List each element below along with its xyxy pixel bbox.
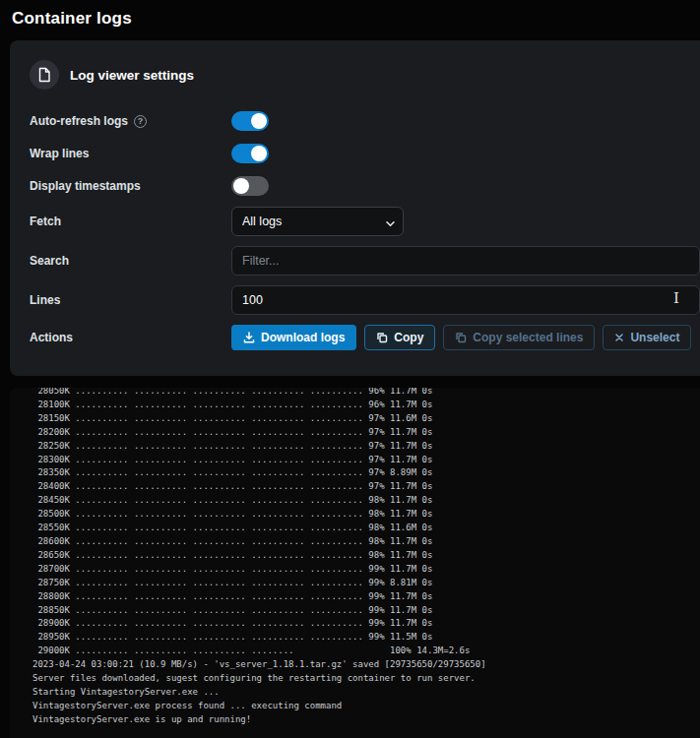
help-icon[interactable] — [134, 115, 147, 128]
auto-refresh-label: Auto-refresh logs — [30, 114, 231, 128]
unselect-label: Unselect — [630, 331, 679, 344]
lines-row: Lines — [30, 285, 700, 315]
toggle-knob — [251, 146, 267, 161]
unselect-button[interactable]: Unselect — [603, 325, 691, 350]
log-line[interactable]: 28750K .......... .......... .......... … — [32, 577, 700, 590]
download-logs-label: Download logs — [261, 331, 345, 344]
log-line[interactable]: 28850K .......... .......... .......... … — [32, 604, 700, 618]
log-line[interactable]: 28450K .......... .......... .......... … — [32, 494, 700, 508]
display-timestamps-row: Display timestamps — [30, 174, 700, 198]
log-viewer-settings-card: Log viewer settings Auto-refresh logs Wr… — [10, 40, 700, 376]
copy-label: Copy — [394, 331, 423, 344]
copy-button[interactable]: Copy — [364, 325, 435, 350]
wrap-lines-toggle[interactable] — [231, 144, 269, 163]
log-line[interactable]: 28700K .......... .......... .......... … — [32, 563, 700, 577]
copy-icon — [455, 332, 467, 343]
auto-refresh-row: Auto-refresh logs — [30, 109, 700, 133]
lines-input[interactable] — [231, 285, 700, 315]
auto-refresh-toggle[interactable] — [231, 111, 269, 131]
log-line[interactable]: 28400K .......... .......... .......... … — [32, 480, 700, 494]
log-line[interactable]: 28200K .......... .......... .......... … — [32, 426, 700, 440]
log-line[interactable]: 28900K .......... .......... .......... … — [32, 617, 700, 631]
fetch-label: Fetch — [30, 215, 231, 228]
log-output-panel[interactable]: 28050K .......... .......... .......... … — [10, 388, 700, 738]
log-line[interactable]: 28350K .......... .......... .......... … — [32, 466, 700, 480]
search-input[interactable] — [231, 246, 700, 276]
display-timestamps-toggle[interactable] — [231, 176, 269, 196]
toggle-knob — [251, 113, 267, 129]
fetch-select[interactable]: All logs — [231, 207, 404, 236]
card-title: Log viewer settings — [70, 68, 194, 83]
log-line[interactable]: 28100K .......... .......... .......... … — [32, 399, 700, 412]
actions-label: Actions — [30, 331, 231, 344]
log-line[interactable]: 28500K .......... .......... .......... … — [32, 508, 700, 522]
auto-refresh-label-text: Auto-refresh logs — [30, 114, 128, 128]
display-timestamps-label: Display timestamps — [30, 179, 231, 193]
copy-icon — [376, 332, 388, 343]
page-header: Container logs — [0, 0, 700, 33]
card-header: Log viewer settings — [30, 60, 700, 90]
log-line[interactable]: 28250K .......... .......... .......... … — [32, 440, 700, 454]
actions-label-text: Actions — [30, 331, 73, 344]
copy-selected-lines-label: Copy selected lines — [473, 331, 583, 344]
copy-selected-lines-button[interactable]: Copy selected lines — [443, 325, 595, 350]
search-label-text: Search — [30, 254, 69, 268]
log-line[interactable]: 28300K .......... .......... .......... … — [32, 454, 700, 467]
log-line[interactable]: Server files downloaded, sugest configur… — [32, 672, 700, 686]
log-line[interactable]: 29000K .......... .......... .......... … — [32, 645, 700, 658]
log-line[interactable]: 28650K .......... .......... .......... … — [32, 549, 700, 563]
actions-button-group: Download logs Copy Copy selected lines — [231, 325, 691, 350]
download-icon — [243, 332, 255, 343]
download-logs-button[interactable]: Download logs — [231, 325, 356, 350]
wrap-lines-label-text: Wrap lines — [30, 147, 89, 160]
document-icon — [30, 60, 59, 90]
wrap-lines-label: Wrap lines — [30, 147, 231, 160]
log-line[interactable]: 28600K .......... .......... .......... … — [32, 535, 700, 549]
actions-row: Actions Download logs Copy — [30, 325, 700, 350]
log-line[interactable]: 28800K .......... .......... .......... … — [32, 590, 700, 604]
fetch-label-text: Fetch — [30, 215, 61, 228]
page-title: Container logs — [12, 9, 688, 29]
search-label: Search — [30, 254, 231, 268]
log-line[interactable]: VintagestoryServer.exe is up and running… — [32, 713, 700, 727]
log-line[interactable]: Starting VintagestoryServer.exe ... — [32, 686, 700, 700]
wrap-lines-row: Wrap lines — [30, 142, 700, 165]
lines-label-text: Lines — [30, 293, 60, 307]
log-lines: 28050K .......... .......... .......... … — [32, 388, 700, 727]
log-line[interactable]: 28150K .......... .......... .......... … — [32, 412, 700, 426]
fetch-row: Fetch All logs — [30, 207, 700, 236]
log-line[interactable]: VintagestoryServer.exe process found ...… — [32, 700, 700, 713]
log-line[interactable]: 28950K .......... .......... .......... … — [32, 631, 700, 645]
search-row: Search — [30, 246, 700, 276]
log-line[interactable]: 28550K .......... .......... .......... … — [32, 522, 700, 535]
display-timestamps-label-text: Display timestamps — [30, 179, 141, 193]
log-line[interactable]: 2023-04-24 03:00:21 (10.9 MB/s) - 'vs_se… — [32, 658, 700, 672]
toggle-knob — [233, 178, 249, 194]
close-icon — [614, 333, 624, 342]
lines-label: Lines — [30, 293, 231, 307]
log-line[interactable]: 28050K .......... .......... .......... … — [32, 388, 700, 399]
